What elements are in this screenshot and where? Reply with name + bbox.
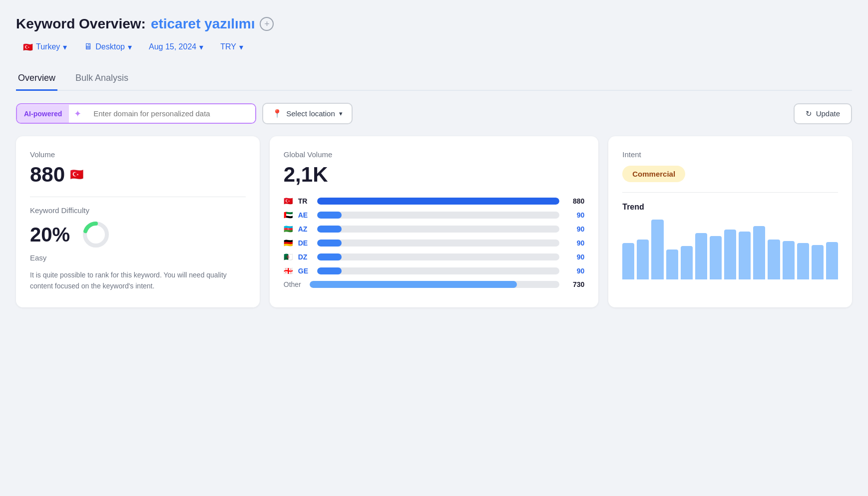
page-title-keyword: eticaret yazılımı: [151, 16, 255, 32]
global-volume-card: Global Volume 2,1K 🇹🇷 TR 880 🇦🇪 AE 90 🇦🇿…: [270, 136, 598, 307]
bar-fill: [317, 198, 559, 205]
refresh-icon: ↻: [806, 109, 812, 118]
bar-fill: [317, 226, 342, 233]
country-row: 🇦🇿 AZ 90: [284, 225, 584, 234]
bar-value: 90: [564, 239, 584, 247]
date-filter[interactable]: Aug 15, 2024 ▾: [142, 39, 210, 55]
tab-overview[interactable]: Overview: [16, 68, 57, 91]
chevron-down-icon: ▾: [63, 42, 67, 52]
country-filter[interactable]: 🇹🇷 Turkey ▾: [16, 39, 74, 55]
bar-value: 90: [564, 211, 584, 219]
country-flag: 🇬🇪: [284, 266, 293, 275]
bar-fill: [317, 240, 342, 247]
kd-rating: Easy: [30, 253, 246, 262]
intent-trend-card: Intent Commercial Trend: [608, 136, 852, 307]
other-bar-track: [310, 281, 559, 288]
bar-track: [317, 212, 559, 219]
bar-value: 90: [564, 225, 584, 233]
date-label: Aug 15, 2024: [149, 42, 196, 51]
bar-track: [317, 267, 559, 274]
ai-search-row: AI-powered ✦ 📍 Select location ▾ ↻ Updat…: [16, 103, 852, 124]
intent-section: Intent Commercial: [622, 150, 838, 182]
trend-bar: [797, 243, 809, 279]
kd-value: 20%: [30, 224, 70, 246]
country-row: 🇦🇪 AE 90: [284, 211, 584, 220]
ai-search-group: AI-powered ✦: [16, 103, 256, 124]
chevron-down-icon: ▾: [199, 42, 203, 52]
country-code: AZ: [298, 225, 312, 233]
kd-value-row: 20%: [30, 220, 246, 249]
country-code: DZ: [298, 253, 312, 261]
trend-bar: [710, 236, 722, 279]
bar-fill: [317, 253, 342, 260]
country-row: 🇩🇪 DE 90: [284, 239, 584, 248]
trend-bar: [826, 242, 838, 279]
kd-donut-chart: [81, 220, 111, 249]
bar-value: 90: [564, 253, 584, 261]
volume-flag: 🇹🇷: [70, 168, 83, 181]
chevron-down-icon: ▾: [339, 110, 343, 117]
select-location-button[interactable]: 📍 Select location ▾: [262, 103, 353, 124]
domain-input[interactable]: [85, 104, 255, 123]
kd-label: Keyword Difficulty: [30, 206, 246, 215]
other-label: Other: [284, 280, 305, 288]
divider2: [622, 192, 838, 193]
update-button[interactable]: ↻ Update: [794, 103, 852, 124]
bar-track: [317, 198, 559, 205]
volume-label: Volume: [30, 150, 246, 159]
currency-label: TRY: [220, 42, 236, 51]
device-label: Desktop: [95, 42, 125, 51]
trend-bar: [695, 233, 707, 279]
bar-fill: [317, 212, 342, 219]
trend-label: Trend: [622, 203, 838, 212]
bar-track: [317, 240, 559, 247]
country-flag: 🇹🇷: [284, 197, 293, 206]
trend-bar: [637, 240, 649, 279]
country-code: GE: [298, 267, 312, 275]
currency-filter[interactable]: TRY ▾: [213, 39, 250, 55]
bar-track: [317, 253, 559, 260]
tab-bulk-analysis[interactable]: Bulk Analysis: [73, 68, 130, 91]
country-bars: 🇹🇷 TR 880 🇦🇪 AE 90 🇦🇿 AZ 90 🇩🇪 DE: [284, 197, 584, 275]
country-row: 🇩🇿 DZ 90: [284, 252, 584, 261]
bar-track: [317, 226, 559, 233]
trend-bar: [681, 246, 693, 279]
volume-card: Volume 880 🇹🇷 Keyword Difficulty 20% Eas…: [16, 136, 260, 307]
country-flag: 🇩🇪: [284, 239, 293, 248]
intent-label: Intent: [622, 150, 838, 159]
ai-powered-badge: AI-powered: [17, 105, 69, 123]
device-filter[interactable]: 🖥 Desktop ▾: [77, 39, 139, 55]
trend-bar: [768, 240, 780, 279]
trend-bar: [783, 241, 795, 279]
bar-fill: [317, 267, 342, 274]
bar-value: 880: [564, 197, 584, 205]
chevron-down-icon: ▾: [239, 42, 243, 52]
country-code: TR: [298, 197, 312, 205]
trend-bar: [666, 249, 678, 279]
cards-row: Volume 880 🇹🇷 Keyword Difficulty 20% Eas…: [16, 136, 852, 307]
trend-chart: [622, 220, 838, 279]
other-bar-value: 730: [564, 280, 584, 288]
intent-badge: Commercial: [622, 166, 685, 182]
country-flag: 🇩🇿: [284, 252, 293, 261]
country-flag: 🇦🇪: [284, 211, 293, 220]
add-keyword-button[interactable]: +: [260, 17, 274, 31]
divider: [30, 197, 246, 197]
trend-bar: [812, 245, 824, 279]
filters-row: 🇹🇷 Turkey ▾ 🖥 Desktop ▾ Aug 15, 2024 ▾ T…: [16, 39, 852, 55]
volume-value: 880: [30, 163, 65, 187]
country-flag: 🇹🇷: [23, 42, 33, 52]
select-location-label: Select location: [286, 109, 335, 118]
kd-description: It is quite possible to rank for this ke…: [30, 270, 246, 291]
volume-value-row: 880 🇹🇷: [30, 163, 246, 187]
other-bar-fill: [310, 281, 517, 288]
country-code: DE: [298, 239, 312, 247]
location-pin-icon: 📍: [272, 109, 282, 118]
country-row: 🇹🇷 TR 880: [284, 197, 584, 206]
tabs-row: Overview Bulk Analysis: [16, 67, 852, 91]
page-title-label: Keyword Overview:: [16, 16, 146, 32]
trend-bar: [622, 243, 634, 279]
desktop-icon: 🖥: [84, 42, 92, 52]
page-header: Keyword Overview: eticaret yazılımı +: [16, 16, 852, 32]
chevron-down-icon: ▾: [128, 42, 132, 52]
